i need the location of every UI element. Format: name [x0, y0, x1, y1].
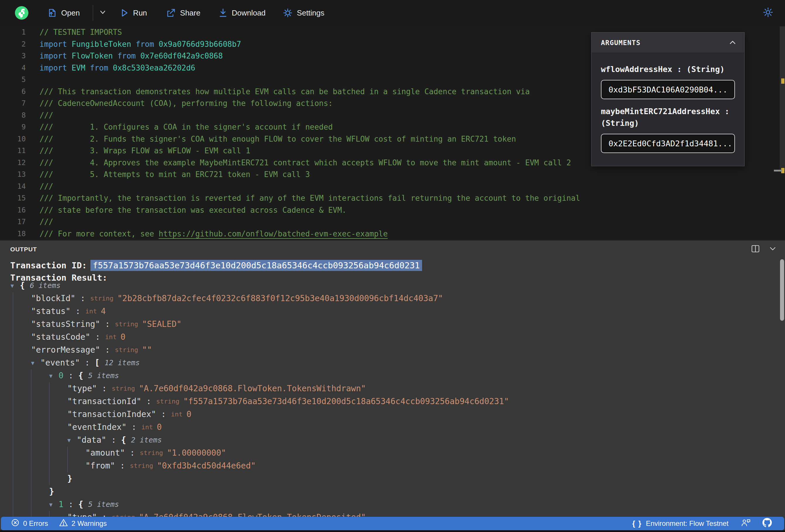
toolbar: Open Run Share Download — [0, 0, 785, 26]
json-key: "errorMessage" — [31, 344, 100, 356]
feedback-user-icon — [741, 518, 751, 529]
indent-guide — [13, 447, 31, 459]
json-brace: { — [20, 279, 30, 292]
output-title: OUTPUT — [10, 246, 37, 253]
argument-input-maybemint[interactable]: 0x2E2Ed0Cfd3AD2f1d34481... — [601, 134, 735, 153]
code-line[interactable]: 13/// 5. Attempts to mint an ERC721 toke… — [0, 169, 778, 181]
argument-input-wflow[interactable]: 0xd3bF53DAC106A0290B04... — [601, 80, 735, 99]
code-token: /// This transaction demonstrates how mu… — [40, 87, 530, 96]
indent-guide — [31, 434, 49, 447]
share-button[interactable]: Share — [166, 8, 200, 18]
code-line[interactable]: 16/// state before the transaction was e… — [0, 204, 778, 216]
json-punc: : — [106, 434, 121, 447]
errors-indicator[interactable]: 0 Errors — [11, 518, 48, 529]
run-icon — [120, 8, 129, 18]
arguments-panel-header[interactable]: ARGUMENTS — [591, 32, 744, 53]
line-number: 11 — [0, 145, 26, 157]
json-typ: string — [130, 459, 157, 472]
indent-guide — [49, 447, 67, 459]
code-token: /// 4. Approves the example MaybeMintERC… — [40, 158, 571, 167]
github-icon — [762, 518, 772, 529]
code-line[interactable]: 18/// For more context, see https://gith… — [0, 228, 778, 240]
warnings-indicator[interactable]: 2 Warnings — [59, 518, 107, 529]
feedback-button[interactable] — [741, 518, 751, 529]
json-punc: : — [142, 395, 156, 408]
json-str: "1.00000000" — [167, 447, 226, 459]
environment-indicator[interactable]: { } Environment: Flow Testnet — [632, 520, 729, 528]
json-items: 12 items — [104, 356, 140, 369]
code-token: EVM — [72, 64, 90, 72]
run-button[interactable]: Run — [120, 8, 147, 18]
warnings-label: 2 Warnings — [71, 520, 107, 528]
json-punc: : — [100, 344, 115, 356]
share-icon — [166, 8, 176, 18]
line-number: 14 — [0, 181, 26, 193]
json-idx: 0 — [58, 369, 64, 382]
code-token: /// For more context, see — [40, 229, 159, 238]
json-brace: [ — [95, 356, 104, 369]
editor-scrollbar[interactable] — [780, 26, 785, 171]
json-idx: 1 — [58, 498, 64, 511]
collapse-output-chevron-icon[interactable] — [768, 246, 777, 253]
indent-guide — [31, 472, 49, 485]
download-button[interactable]: Download — [219, 8, 266, 18]
warning-marker — [781, 78, 784, 84]
json-row: "status" : int 4 — [0, 305, 777, 318]
indent-guide — [67, 447, 85, 459]
gear-icon — [283, 8, 293, 18]
line-number: 18 — [0, 228, 26, 240]
code-link[interactable]: https://github.com/onflow/batched-evm-ex… — [159, 229, 388, 238]
split-view-icon[interactable] — [751, 245, 760, 254]
transaction-id-line: Transaction ID:f557a1573b76aa53e73d46f3e… — [10, 260, 422, 270]
indent-guide — [13, 421, 31, 434]
indent-guide — [13, 344, 31, 356]
open-button[interactable]: Open — [47, 8, 80, 18]
collapse-toggle-icon[interactable]: ▼ — [67, 434, 77, 447]
code-line[interactable]: 17/// — [0, 216, 778, 228]
settings-button[interactable]: Settings — [283, 8, 324, 18]
collapse-toggle-icon[interactable]: ▼ — [10, 279, 20, 292]
indent-guide — [13, 318, 31, 331]
code-token: /// CadenceOwnedAccount (COA), performin… — [40, 99, 333, 108]
code-line[interactable]: 14/// — [0, 181, 778, 193]
json-brace: } — [49, 485, 54, 498]
share-label: Share — [180, 8, 200, 18]
chevron-up-icon[interactable] — [729, 38, 737, 47]
line-number: 8 — [0, 109, 26, 122]
indent-guide — [31, 447, 49, 459]
indent-guide — [13, 292, 31, 305]
code-token: /// 5. Attempts to mint an ERC721 token … — [40, 170, 310, 179]
json-typ: string — [156, 395, 183, 408]
transaction-id-value[interactable]: f557a1573b76aa53e73d46f3e10d200d5c18a653… — [91, 260, 422, 271]
code-token: /// 2. Funds the signer's COA with enoug… — [40, 135, 516, 144]
indent-guide — [49, 434, 67, 447]
json-key: "status" — [31, 305, 71, 318]
line-number: 16 — [0, 204, 26, 216]
theme-toggle-button[interactable] — [763, 7, 773, 19]
settings-label: Settings — [297, 8, 324, 18]
indent-guide — [13, 356, 31, 369]
code-line[interactable]: 15/// Importantly, the transaction is re… — [0, 192, 778, 204]
json-row: "statusString" : string "SEALED" — [0, 318, 777, 331]
json-typ: int — [171, 408, 186, 421]
json-key: "eventIndex" — [67, 421, 126, 434]
error-icon — [11, 518, 20, 529]
github-button[interactable] — [762, 518, 772, 529]
collapse-toggle-icon[interactable]: ▼ — [31, 356, 41, 369]
code-token: import — [40, 40, 72, 49]
json-punc: : — [156, 408, 171, 421]
json-key: "statusCode" — [31, 331, 90, 344]
line-number: 1 — [0, 26, 26, 38]
sun-icon — [763, 14, 773, 19]
json-key: "events" — [41, 356, 80, 369]
open-dropdown-button[interactable] — [98, 9, 107, 17]
indent-guide — [13, 498, 31, 511]
code-editor[interactable]: 1// TESTNET IMPORTS2import FungibleToken… — [0, 26, 785, 240]
download-label: Download — [232, 8, 266, 18]
collapse-toggle-icon[interactable]: ▼ — [49, 498, 58, 511]
json-str: 0 — [121, 331, 126, 344]
code-token: import — [40, 64, 72, 72]
json-brace: } — [67, 472, 72, 485]
output-scrollbar[interactable] — [780, 259, 784, 321]
collapse-toggle-icon[interactable]: ▼ — [49, 369, 58, 382]
